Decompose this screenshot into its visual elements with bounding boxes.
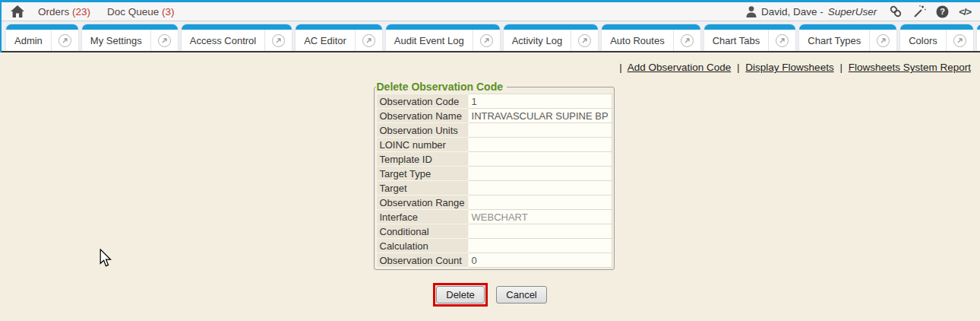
popout-arrow-icon [681, 34, 694, 47]
table-row: Conditional [376, 224, 612, 239]
user-icon [746, 6, 757, 17]
popout-arrow-icon [877, 34, 890, 47]
popout-arrow-icon [953, 34, 966, 47]
row-value [468, 167, 612, 181]
main-content: | Add Observation Code | Display Flowshe… [0, 52, 980, 319]
table-row: Observation Range [376, 195, 612, 210]
tab-cpt-codes[interactable]: CPT Codes [977, 24, 980, 51]
popout-arrow-icon [272, 34, 285, 47]
nav-orders-label: Orders [38, 6, 69, 17]
nav-orders-count: (23) [72, 6, 90, 17]
table-row: LOINC number [376, 138, 612, 152]
code-button[interactable]: </> [959, 6, 971, 17]
tab-label: Activity Log [504, 30, 571, 51]
wand-icon [912, 5, 926, 18]
row-value: INTRAVASCULAR SUPINE BP [468, 109, 612, 123]
help-button[interactable]: ? [936, 5, 949, 18]
tab-popout[interactable] [264, 30, 292, 51]
row-value [468, 152, 612, 167]
row-label: LOINC number [376, 138, 468, 152]
popout-arrow-icon [480, 34, 493, 47]
tab-strip: Admin My Settings Access Control AC Edit… [0, 21, 980, 52]
tab-auto-routes[interactable]: Auto Routes [602, 24, 700, 51]
table-row: Observation Units [376, 123, 612, 138]
popout-arrow-icon [776, 34, 789, 47]
user-role: SuperUser [828, 6, 877, 17]
row-value: WEBCHART [468, 210, 612, 224]
tab-activity-log[interactable]: Activity Log [504, 24, 598, 51]
row-value: 0 [468, 253, 612, 268]
svg-text:?: ? [940, 7, 945, 16]
tab-label: CPT Codes [977, 30, 980, 51]
wand-button[interactable] [912, 5, 926, 18]
delete-button[interactable]: Delete [436, 286, 485, 304]
row-label: Target Type [376, 167, 468, 181]
tab-audit-event-log[interactable]: Audit Event Log [386, 24, 500, 51]
tab-admin[interactable]: Admin [6, 24, 78, 51]
row-label: Observation Code [376, 94, 468, 109]
help-icon: ? [936, 5, 949, 18]
table-row: Observation Code1 [376, 94, 612, 109]
tab-popout[interactable] [473, 30, 500, 51]
row-label: Observation Units [376, 123, 468, 138]
tab-label: Audit Event Log [386, 30, 473, 51]
delete-observation-fieldset: Delete Observation Code Observation Code… [374, 81, 615, 270]
table-row: Target [376, 181, 612, 195]
table-row: Observation NameINTRAVASCULAR SUPINE BP [376, 109, 612, 123]
row-value [468, 123, 612, 138]
tab-popout[interactable] [869, 30, 896, 51]
link-add-observation-code[interactable]: Add Observation Code [628, 62, 732, 73]
tab-label: Chart Tabs [704, 30, 769, 51]
row-value [468, 195, 612, 210]
tab-label: Chart Types [799, 30, 869, 51]
popout-arrow-icon [58, 34, 71, 47]
page: Orders (23) Doc Queue (3) David, Dave - … [0, 0, 980, 321]
tab-popout[interactable] [150, 30, 178, 51]
row-label: Target [376, 181, 468, 195]
popout-arrow-icon [158, 34, 171, 47]
popout-arrow-icon [362, 34, 375, 47]
tab-label: My Settings [82, 30, 150, 51]
nav-doc-queue[interactable]: Doc Queue (3) [107, 6, 175, 17]
row-label: Observation Range [376, 195, 468, 210]
row-value [468, 181, 612, 195]
tab-label: Colors [900, 30, 946, 51]
cancel-button[interactable]: Cancel [496, 286, 546, 304]
tab-popout[interactable] [51, 30, 78, 51]
tab-ac-editor[interactable]: AC Editor [296, 24, 382, 51]
link-display-flowsheets[interactable]: Display Flowsheets [745, 62, 833, 73]
user-name: David, Dave - [761, 6, 824, 17]
nav-orders[interactable]: Orders (23) [38, 6, 90, 17]
tab-chart-tabs[interactable]: Chart Tabs [704, 24, 796, 51]
table-row: Observation Count0 [376, 253, 612, 268]
table-row: Template ID [376, 152, 612, 167]
link-icon [889, 5, 903, 18]
link-button[interactable] [889, 5, 903, 18]
tab-chart-types[interactable]: Chart Types [799, 24, 896, 51]
tab-popout[interactable] [571, 30, 598, 51]
tab-popout[interactable] [673, 30, 700, 51]
header-icons: ? </> [889, 5, 971, 18]
user-menu[interactable]: David, Dave - SuperUser [746, 6, 877, 17]
popout-arrow-icon [578, 34, 591, 47]
table-row: InterfaceWEBCHART [376, 210, 612, 224]
row-value [468, 224, 612, 239]
mouse-cursor [100, 249, 112, 268]
tab-popout[interactable] [946, 30, 973, 51]
link-separator: | [619, 62, 622, 73]
header-nav: Orders (23) Doc Queue (3) [38, 6, 175, 17]
home-button[interactable] [11, 5, 24, 17]
tab-my-settings[interactable]: My Settings [82, 24, 178, 51]
tab-popout[interactable] [355, 30, 382, 51]
tab-label: Auto Routes [602, 30, 673, 51]
tab-colors[interactable]: Colors [900, 24, 973, 51]
link-separator: | [737, 62, 740, 73]
tab-label: Access Control [182, 30, 264, 51]
tab-popout[interactable] [768, 30, 795, 51]
link-flowsheets-system-report[interactable]: Flowsheets System Report [849, 62, 971, 73]
observation-table: Observation Code1 Observation NameINTRAV… [376, 94, 612, 268]
tab-label: AC Editor [296, 30, 355, 51]
row-value: 1 [468, 94, 612, 109]
tab-access-control[interactable]: Access Control [182, 24, 292, 51]
row-label: Interface [376, 210, 468, 224]
